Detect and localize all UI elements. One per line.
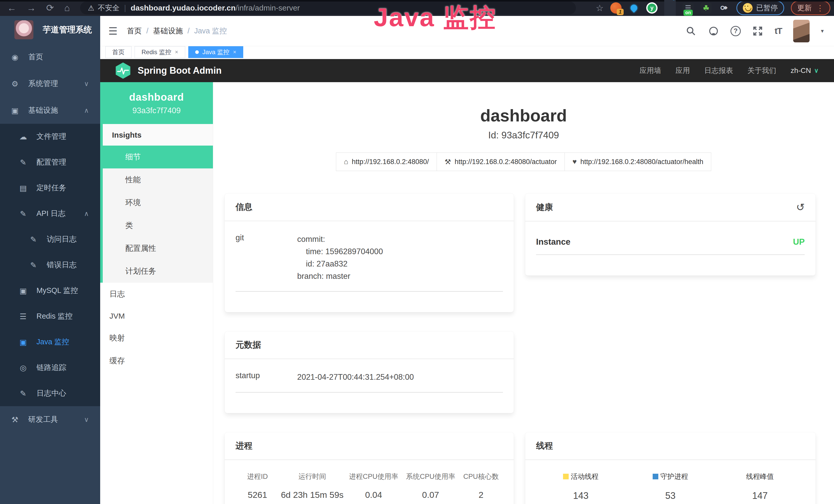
green-extension-icon[interactable]: y [646, 2, 658, 14]
sba-item-mappings[interactable]: 映射 [100, 327, 213, 349]
live-threads-value: 143 [536, 490, 626, 501]
gear-icon: ⚙ [10, 79, 20, 88]
close-icon[interactable]: × [175, 49, 178, 55]
sba-item-logs[interactable]: 日志 [100, 283, 213, 305]
browser-forward-button[interactable]: → [27, 3, 36, 13]
info-key-git: git [236, 233, 297, 282]
sba-nav-applications[interactable]: 应用 [676, 66, 690, 75]
sidebar-item-file-management[interactable]: ☁ 文件管理 [0, 124, 100, 150]
tab-java-monitor[interactable]: Java 监控 × [188, 46, 243, 58]
browser-home-button[interactable]: ⌂ [64, 3, 70, 13]
sidebar-item-infrastructure[interactable]: ▣ 基础设施 ∧ [0, 97, 100, 124]
extensions-puzzle-icon[interactable] [719, 2, 730, 14]
close-icon[interactable]: × [233, 49, 236, 55]
history-icon[interactable]: ↺ [796, 201, 805, 213]
update-label: 更新 [797, 3, 812, 13]
sidebar-item-scheduled-tasks[interactable]: ▤ 定时任务 [0, 175, 100, 201]
fullscreen-icon[interactable] [752, 25, 763, 37]
breadcrumb: 首页 / 基础设施 / Java 监控 [127, 26, 227, 36]
update-button[interactable]: 更新 ⋮ [791, 1, 830, 15]
sba-nav-wallboard[interactable]: 应用墙 [640, 66, 661, 75]
sidebar-item-tracing[interactable]: ◎ 链路追踪 [0, 355, 100, 381]
map-pin-extension-icon[interactable] [628, 2, 640, 14]
sidebar-item-label: 首页 [28, 52, 43, 62]
health-url-link[interactable]: ♥ http://192.168.0.2:48080/actuator/heal… [565, 153, 711, 171]
active-tab-dot [195, 50, 199, 54]
user-avatar[interactable] [793, 20, 810, 42]
extension-icon-orange[interactable]: 1 [610, 2, 621, 14]
github-icon[interactable] [708, 25, 719, 37]
legend-label: 守护进程 [660, 472, 688, 481]
sba-brand[interactable]: Spring Boot Admin [114, 62, 222, 79]
info-card: 信息 git commit: time: 1596289704000 id: 2… [225, 193, 514, 312]
sba-item-scheduled-tasks[interactable]: 计划任务 [103, 260, 213, 283]
git-id-line: id: 27aa832 [297, 258, 383, 270]
switch-extension-icon[interactable]: on [682, 2, 694, 14]
app-logo-avatar [14, 20, 34, 39]
log-edit-icon: ✎ [29, 260, 38, 270]
address-bar[interactable]: ⚠ 不安全 | dashboard.yudao.iocoder.cn /infr… [80, 2, 576, 15]
sba-item-details[interactable]: 细节 [103, 145, 213, 168]
browser-back-button[interactable]: ← [7, 3, 17, 13]
sba-nav-journal[interactable]: 日志报表 [704, 66, 733, 75]
paused-status-pill[interactable]: 已暂停 [737, 1, 784, 15]
sidebar-item-redis-monitor[interactable]: ☰ Redis 监控 [0, 303, 100, 329]
sidebar-item-config-management[interactable]: ✎ 配置管理 [0, 150, 100, 175]
bookmark-star-icon[interactable]: ☆ [596, 3, 603, 13]
threads-card: 线程 活动线程 守护进程 线程峰值 143 53 1 [525, 432, 815, 504]
sba-item-caches[interactable]: 缓存 [100, 349, 213, 372]
task-list-icon: ▤ [19, 184, 28, 192]
tab-label: Redis 监控 [141, 48, 171, 56]
sidebar-item-label: 定时任务 [37, 183, 66, 193]
sidebar-item-home[interactable]: ◉ 首页 [0, 44, 100, 70]
log-edit-icon: ✎ [19, 389, 28, 398]
paused-label: 已暂停 [756, 3, 778, 13]
breadcrumb-separator: / [188, 27, 190, 35]
search-icon[interactable] [685, 25, 697, 37]
sba-item-metrics[interactable]: 性能 [103, 168, 213, 191]
sba-app-header[interactable]: dashboard 93a3fc7f7409 [100, 82, 213, 124]
legend-square-yellow [563, 474, 569, 479]
sidebar-item-access-logs[interactable]: ✎ 访问日志 [0, 226, 100, 252]
breadcrumb-home[interactable]: 首页 [127, 26, 142, 36]
caret-down-icon[interactable]: ▾ [821, 28, 824, 35]
sba-item-classes[interactable]: 类 [103, 214, 213, 237]
breadcrumb-separator: / [147, 27, 149, 35]
sba-nav-about[interactable]: 关于我们 [747, 66, 776, 75]
actuator-url-link[interactable]: ⚒ http://192.168.0.2:48080/actuator [437, 153, 565, 171]
browser-menu-icon[interactable]: ⋮ [816, 4, 824, 13]
sidebar-item-api-logs[interactable]: ✎ API 日志 ∧ [0, 201, 100, 226]
sidebar-item-system-management[interactable]: ⚙ 系统管理 ∨ [0, 70, 100, 97]
sba-item-jvm[interactable]: JVM [100, 305, 213, 327]
peak-threads-value: 147 [715, 490, 805, 501]
sidebar-item-mysql-monitor[interactable]: ▣ MySQL 监控 [0, 278, 100, 303]
font-size-icon[interactable]: tT [775, 26, 782, 36]
sidebar-item-error-logs[interactable]: ✎ 错误日志 [0, 252, 100, 278]
sidebar-item-log-center[interactable]: ✎ 日志中心 [0, 381, 100, 406]
health-instance-row[interactable]: Instance UP [536, 233, 805, 255]
sba-locale-select[interactable]: zh-CN ∨ [791, 67, 818, 75]
wrench-icon: ⚒ [445, 158, 451, 166]
sidebar-item-java-monitor[interactable]: ▣ Java 监控 [0, 329, 100, 355]
browser-reload-button[interactable]: ⟳ [46, 3, 54, 13]
tab-home[interactable]: 首页 [105, 46, 132, 58]
sidebar-item-label: Redis 监控 [37, 311, 72, 321]
sidebar-item-dev-tools[interactable]: ⚒ 研发工具 ∨ [0, 406, 100, 433]
breadcrumb-infrastructure[interactable]: 基础设施 [153, 26, 183, 36]
sidebar-collapse-icon[interactable]: ☰ [108, 25, 118, 37]
app-logo-row[interactable]: 芋道管理系统 [0, 16, 100, 44]
chevron-up-icon: ∧ [84, 107, 89, 115]
service-url-link[interactable]: ⌂ http://192.168.0.2:48080/ [336, 153, 437, 171]
process-header-cpus: CPU核心数 [459, 472, 503, 481]
sba-app-id: 93a3fc7f7409 [103, 106, 211, 115]
emoji-face-icon [743, 3, 752, 13]
monitor-icon: ▣ [19, 286, 28, 295]
sba-item-environment[interactable]: 环境 [103, 191, 213, 214]
help-icon[interactable]: ? [730, 26, 741, 36]
leaf-extension-icon[interactable] [700, 2, 712, 14]
not-secure-label[interactable]: 不安全 [98, 3, 119, 13]
tab-redis-monitor[interactable]: Redis 监控 × [135, 46, 185, 58]
sba-item-config-props[interactable]: 配置属性 [103, 237, 213, 260]
status-badge: UP [793, 237, 805, 247]
process-header-process-cpu: 进程CPU使用率 [345, 472, 402, 481]
